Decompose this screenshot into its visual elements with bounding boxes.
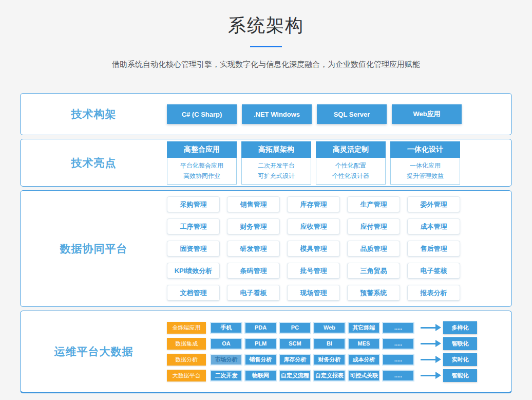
module-button[interactable]: 电子看板 bbox=[227, 285, 280, 301]
title-underline-decoration bbox=[250, 46, 282, 47]
highlight-card-title: 高整合应用 bbox=[167, 141, 237, 158]
highlight-card-line: 高效协同作业 bbox=[167, 171, 236, 181]
section-label-tech-framework: 技术构架 bbox=[21, 94, 167, 135]
highlight-card-line: 一体化应用 bbox=[391, 160, 460, 171]
tech-button[interactable]: Web应用 bbox=[392, 104, 462, 124]
module-button[interactable]: 批号管理 bbox=[287, 263, 340, 279]
bigdata-item-button[interactable]: ..... bbox=[382, 338, 414, 350]
module-button[interactable]: 应付管理 bbox=[347, 219, 400, 234]
bigdata-item-button[interactable]: 销售分析 bbox=[244, 354, 277, 366]
module-button[interactable]: 模具管理 bbox=[287, 241, 340, 257]
section-label-bigdata-platform: 运维平台大数据 bbox=[21, 311, 167, 392]
module-button[interactable]: 库存管理 bbox=[287, 196, 340, 212]
section-label-data-platform: 数据协同平台 bbox=[21, 191, 167, 306]
highlight-card-line: 平台化整合应用 bbox=[167, 160, 236, 171]
arrow-right-icon bbox=[421, 359, 436, 360]
page-header: 系统架构 借助系统自动化核心管理引擎，实现数字化与信息化深度融合，为企业数值化管… bbox=[0, 0, 532, 69]
module-button[interactable]: 报表分析 bbox=[407, 285, 460, 301]
module-button[interactable]: 文档管理 bbox=[167, 285, 220, 301]
highlight-card: 高整合应用平台化整合应用高效协同作业 bbox=[167, 141, 237, 185]
result-button[interactable]: 多样化 bbox=[443, 321, 477, 334]
bigdata-item-button[interactable]: Web bbox=[313, 322, 346, 334]
result-button[interactable]: 智能化 bbox=[443, 369, 477, 382]
highlight-card-body: 一体化应用提升管理效益 bbox=[390, 158, 460, 185]
bigdata-item-button[interactable]: 物联网 bbox=[244, 370, 277, 381]
bigdata-item-button[interactable]: SCM bbox=[279, 338, 311, 350]
tech-button-row: C# (C Sharp).NET WindowsSQL ServerWeb应用 bbox=[167, 104, 462, 124]
highlight-card-line: 个性化配置 bbox=[316, 160, 385, 171]
module-button[interactable]: 应收管理 bbox=[287, 219, 340, 234]
bigdata-item-button[interactable]: ..... bbox=[382, 370, 414, 381]
arrow-right-icon bbox=[421, 327, 436, 329]
bigdata-item-button[interactable]: OA bbox=[210, 338, 242, 350]
module-button[interactable]: 品质管理 bbox=[347, 241, 400, 257]
bigdata-item-button[interactable]: 成本分析 bbox=[348, 354, 380, 366]
bigdata-row: 全终端应用手机PDAPCWeb其它终端.....多样化 bbox=[167, 321, 477, 334]
bigdata-item-button[interactable]: 库存分析 bbox=[279, 354, 311, 366]
result-button[interactable]: 智联化 bbox=[443, 337, 477, 350]
arrow-right-icon bbox=[421, 375, 436, 376]
category-tag[interactable]: 全终端应用 bbox=[167, 322, 206, 334]
highlight-card: 高拓展架构二次开发平台可扩充式设计 bbox=[241, 141, 311, 185]
module-button[interactable]: 销售管理 bbox=[227, 196, 280, 212]
module-button[interactable]: 采购管理 bbox=[167, 196, 220, 212]
tech-button[interactable]: SQL Server bbox=[317, 104, 387, 124]
result-button[interactable]: 实时化 bbox=[443, 353, 477, 366]
module-button[interactable]: 预警系统 bbox=[347, 285, 400, 301]
module-button[interactable]: 现场管理 bbox=[287, 285, 340, 301]
section-bigdata-platform: 运维平台大数据 全终端应用手机PDAPCWeb其它终端.....多样化数据集成O… bbox=[20, 311, 512, 393]
highlight-card-line: 个性化设计器 bbox=[316, 171, 385, 181]
module-button[interactable]: 研发管理 bbox=[227, 241, 280, 257]
category-tag[interactable]: 数据集成 bbox=[167, 338, 206, 350]
bigdata-item-button[interactable]: 自定义报表 bbox=[313, 370, 346, 381]
arrow-right-icon bbox=[421, 343, 436, 344]
module-button[interactable]: 售后管理 bbox=[407, 241, 460, 257]
section-tech-framework: 技术构架 C# (C Sharp).NET WindowsSQL ServerW… bbox=[20, 93, 512, 135]
highlight-card-line: 二次开发平台 bbox=[242, 160, 311, 171]
bigdata-row: 数据集成OAPLMSCMBIMES.....智联化 bbox=[167, 337, 477, 350]
bigdata-item-button[interactable]: 二次开发 bbox=[210, 370, 242, 381]
bigdata-item-button[interactable]: 市场分析 bbox=[210, 354, 242, 366]
bigdata-item-button[interactable]: MES bbox=[348, 338, 380, 350]
bigdata-item-button[interactable]: 可控式关联 bbox=[348, 370, 380, 381]
bigdata-row-list: 全终端应用手机PDAPCWeb其它终端.....多样化数据集成OAPLMSCMB… bbox=[167, 321, 477, 382]
highlight-card: 高灵活定制个性化配置个性化设计器 bbox=[316, 141, 386, 185]
bigdata-item-button[interactable]: PLM bbox=[244, 338, 277, 350]
tech-button[interactable]: .NET Windows bbox=[242, 104, 312, 124]
highlight-card-body: 个性化配置个性化设计器 bbox=[316, 158, 386, 185]
bigdata-row: 数据分析市场分析销售分析库存分析财务分析成本分析.....实时化 bbox=[167, 353, 477, 366]
module-button[interactable]: KPI绩效分析 bbox=[167, 263, 220, 279]
bigdata-item-button[interactable]: ..... bbox=[382, 322, 414, 334]
bigdata-item-button[interactable]: PC bbox=[279, 322, 311, 334]
bigdata-item-button[interactable]: PDA bbox=[244, 322, 277, 334]
page-title: 系统架构 bbox=[0, 13, 532, 38]
highlight-card-title: 高拓展架构 bbox=[241, 141, 311, 158]
highlight-card-line: 可扩充式设计 bbox=[242, 171, 311, 181]
module-button[interactable]: 条码管理 bbox=[227, 263, 280, 279]
module-button[interactable]: 生产管理 bbox=[347, 196, 400, 212]
bigdata-item-button[interactable]: 其它终端 bbox=[348, 322, 380, 334]
module-button[interactable]: 财务管理 bbox=[227, 219, 280, 234]
section-tech-highlights: 技术亮点 高整合应用平台化整合应用高效协同作业高拓展架构二次开发平台可扩充式设计… bbox=[20, 139, 512, 187]
module-button[interactable]: 电子签核 bbox=[407, 263, 460, 279]
bigdata-item-button[interactable]: 手机 bbox=[210, 322, 242, 334]
module-button[interactable]: 固资管理 bbox=[167, 241, 220, 257]
highlight-card: 一体化设计一体化应用提升管理效益 bbox=[390, 141, 460, 185]
highlight-card-line: 提升管理效益 bbox=[391, 171, 460, 181]
category-tag[interactable]: 数据分析 bbox=[167, 354, 206, 366]
bigdata-item-button[interactable]: 自定义流程 bbox=[279, 370, 311, 381]
tech-button[interactable]: C# (C Sharp) bbox=[167, 104, 237, 124]
module-button[interactable]: 委外管理 bbox=[407, 196, 460, 212]
module-button[interactable]: 成本管理 bbox=[407, 219, 460, 234]
section-data-platform: 数据协同平台 采购管理销售管理库存管理生产管理委外管理工序管理财务管理应收管理应… bbox=[20, 190, 512, 307]
category-tag[interactable]: 大数据平台 bbox=[167, 370, 206, 381]
module-button[interactable]: 三角贸易 bbox=[347, 263, 400, 279]
bigdata-item-button[interactable]: ..... bbox=[382, 354, 414, 366]
bigdata-item-button[interactable]: 财务分析 bbox=[313, 354, 346, 366]
highlight-card-row: 高整合应用平台化整合应用高效协同作业高拓展架构二次开发平台可扩充式设计高灵活定制… bbox=[167, 141, 460, 185]
module-button-grid: 采购管理销售管理库存管理生产管理委外管理工序管理财务管理应收管理应付管理成本管理… bbox=[167, 196, 460, 301]
module-button[interactable]: 工序管理 bbox=[167, 219, 220, 234]
bigdata-item-button[interactable]: BI bbox=[313, 338, 346, 350]
section-label-tech-highlights: 技术亮点 bbox=[21, 139, 167, 186]
page-subtitle: 借助系统自动化核心管理引擎，实现数字化与信息化深度融合，为企业数值化管理应用赋能 bbox=[0, 60, 532, 69]
